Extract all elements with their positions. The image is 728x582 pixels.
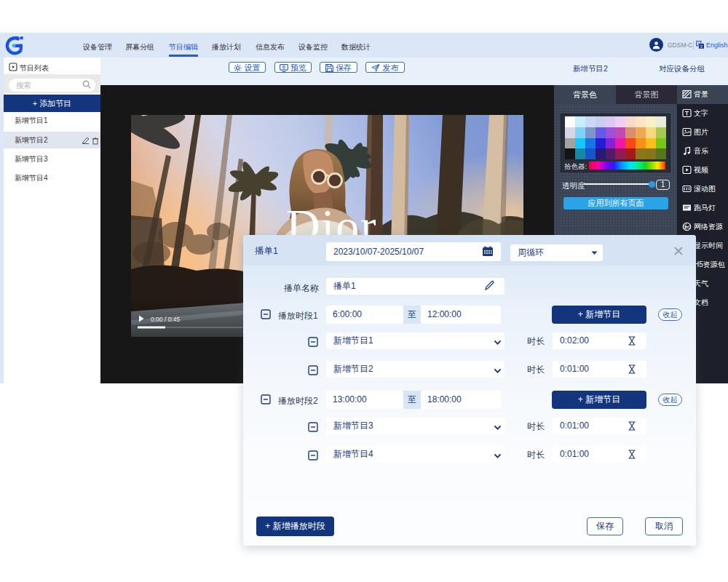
svg-text:0:00 / 0:45: 0:00 / 0:45 xyxy=(151,316,180,323)
svg-text:文: 文 xyxy=(700,44,704,49)
